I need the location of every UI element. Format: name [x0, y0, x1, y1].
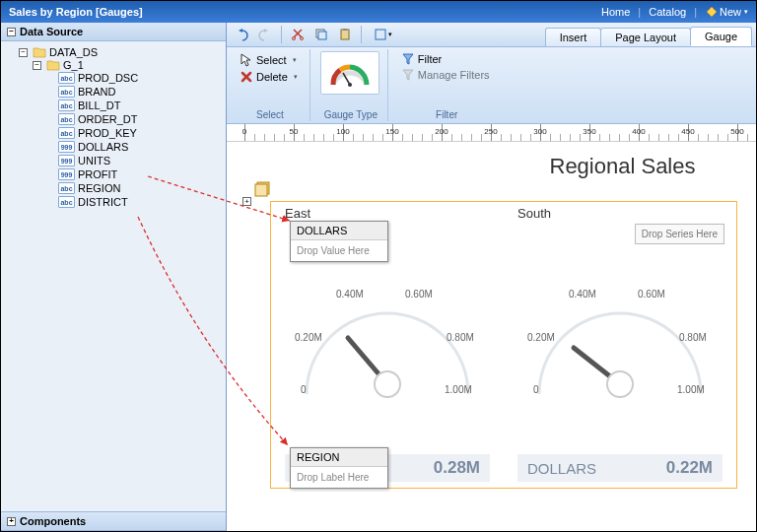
drop-label-target[interactable]: Drop Label Here — [291, 467, 387, 488]
svg-point-1 — [293, 37, 296, 40]
tab-gauge[interactable]: Gauge — [690, 27, 752, 46]
field-type-icon: abc — [58, 86, 75, 98]
new-menu-button[interactable]: New ▾ — [707, 6, 748, 18]
svg-point-2 — [301, 37, 304, 40]
field-name: BILL_DT — [78, 100, 120, 111]
design-canvas[interactable]: Regional Sales + East 0 0.20M — [227, 142, 756, 531]
field-name: ORDER_DT — [78, 113, 138, 125]
ribbon-group-filter: Filter Manage Filters Filter — [392, 49, 502, 121]
insert-object-button[interactable]: ▾ — [367, 25, 398, 44]
tree-field[interactable]: 999PROFIT — [46, 168, 224, 180]
tree-field[interactable]: 999DOLLARS — [46, 141, 224, 153]
tree-field[interactable]: 999UNITS — [46, 155, 224, 166]
field-type-icon: 999 — [58, 155, 75, 166]
svg-marker-0 — [707, 7, 717, 17]
redo-button[interactable] — [254, 25, 276, 44]
field-name: REGION — [78, 182, 120, 194]
sidebar: − Data Source − DATA_DS − — [1, 23, 227, 531]
field-name: BRAND — [78, 86, 116, 98]
field-type-icon: 999 — [58, 141, 75, 153]
tab-insert[interactable]: Insert — [545, 28, 602, 46]
folder-icon — [33, 46, 46, 58]
chevron-down-icon: ▾ — [744, 8, 748, 16]
delete-icon — [241, 71, 252, 83]
field-type-icon: abc — [58, 100, 75, 111]
horizontal-ruler: 050100150200250300350400450500 — [227, 124, 756, 142]
data-source-panel-header[interactable]: − Data Source — [1, 23, 226, 41]
delete-button[interactable]: Delete▾ — [237, 69, 302, 85]
report-title[interactable]: Regional Sales — [503, 154, 742, 179]
tree-root[interactable]: − DATA_DS — [19, 46, 224, 58]
catalog-link[interactable]: Catalog — [645, 6, 690, 18]
field-name: DISTRICT — [78, 196, 128, 208]
tree-field[interactable]: abcORDER_DT — [46, 113, 224, 125]
svg-point-9 — [348, 83, 352, 87]
collapse-icon[interactable]: − — [33, 61, 41, 70]
field-name: UNITS — [78, 155, 110, 166]
window-title: Sales by Region [Gauges] — [9, 6, 143, 18]
tree-group[interactable]: − G_1 — [33, 59, 224, 71]
field-type-icon: abc — [58, 196, 75, 208]
folder-icon — [46, 59, 60, 71]
field-type-icon: abc — [58, 72, 75, 84]
cursor-icon — [241, 53, 252, 67]
svg-point-15 — [607, 371, 633, 397]
collapse-icon[interactable]: − — [19, 48, 28, 57]
filter-button[interactable]: Filter — [398, 51, 494, 67]
work-area: ▾ Insert Page Layout Gauge Select▾ Delet… — [227, 23, 756, 531]
tree-field[interactable]: abcBRAND — [46, 86, 224, 98]
drop-series-target[interactable]: Drop Series Here — [635, 224, 724, 244]
collapse-icon[interactable]: − — [7, 28, 16, 36]
svg-rect-7 — [376, 30, 385, 39]
tab-page-layout[interactable]: Page Layout — [600, 28, 691, 46]
manage-filters-button[interactable]: Manage Filters — [398, 67, 494, 83]
toolbar: ▾ Insert Page Layout Gauge — [227, 23, 756, 47]
tree-field[interactable]: abcBILL_DT — [46, 100, 224, 111]
gauge-type-preview[interactable] — [320, 51, 379, 95]
field-name: PROD_KEY — [78, 127, 137, 139]
tree-field[interactable]: abcREGION — [46, 182, 224, 194]
ribbon-group-gauge-type: Gauge Type — [314, 49, 388, 121]
field-type-icon: abc — [58, 182, 75, 194]
field-name: PROD_DSC — [78, 72, 138, 84]
gauge-region-label: South — [517, 206, 551, 221]
undo-button[interactable] — [231, 25, 252, 44]
components-panel-header[interactable]: + Components — [1, 511, 226, 531]
link-separator: | — [694, 6, 697, 18]
select-button[interactable]: Select▾ — [237, 51, 302, 69]
ribbon-group-select: Select▾ Delete▾ Select — [231, 49, 310, 121]
gauge-value-bar: DOLLARS 0.22M — [517, 454, 723, 482]
repeating-section-handle[interactable]: + — [254, 181, 272, 201]
drop-value-target[interactable]: Drop Value Here — [291, 240, 387, 261]
gauge-region-label: East — [285, 206, 310, 221]
expand-icon[interactable]: + — [7, 517, 16, 526]
drop-value-popup[interactable]: DOLLARS Drop Value Here — [290, 221, 388, 262]
context-tabs: Insert Page Layout Gauge — [546, 23, 752, 46]
svg-rect-5 — [341, 30, 349, 39]
expand-icon[interactable]: + — [242, 197, 251, 206]
home-link[interactable]: Home — [597, 6, 634, 18]
copy-button[interactable] — [310, 25, 332, 44]
header-links: Home | Catalog | New ▾ — [597, 6, 748, 18]
gauge-value-label: DOLLARS — [527, 460, 596, 477]
popup-field-name: DOLLARS — [291, 222, 387, 240]
field-type-icon: abc — [58, 113, 75, 125]
new-icon — [707, 7, 717, 17]
field-type-icon: 999 — [58, 168, 75, 180]
svg-point-13 — [375, 371, 400, 397]
tree-field[interactable]: abcPROD_DSC — [46, 72, 224, 84]
field-name: PROFIT — [78, 168, 117, 180]
paste-button[interactable] — [334, 25, 356, 44]
funnel-icon — [402, 53, 414, 65]
tree-field[interactable]: abcPROD_KEY — [46, 127, 224, 139]
field-type-icon: abc — [58, 127, 75, 139]
link-separator: | — [638, 6, 641, 18]
gauge-cell-south: South Drop Series Here 0 0.20M 0.40M 0.6… — [504, 202, 736, 488]
gauge-value: 0.28M — [434, 458, 480, 478]
gauge-chart: 0 0.20M 0.40M 0.60M 0.80M 1.00M — [289, 271, 486, 409]
drop-label-popup[interactable]: REGION Drop Label Here — [290, 447, 388, 489]
svg-rect-11 — [255, 184, 267, 196]
cut-button[interactable] — [287, 25, 309, 44]
gauge-chart: 0 0.20M 0.40M 0.60M 0.80M 1.00M — [521, 271, 719, 409]
tree-field[interactable]: abcDISTRICT — [46, 196, 224, 208]
